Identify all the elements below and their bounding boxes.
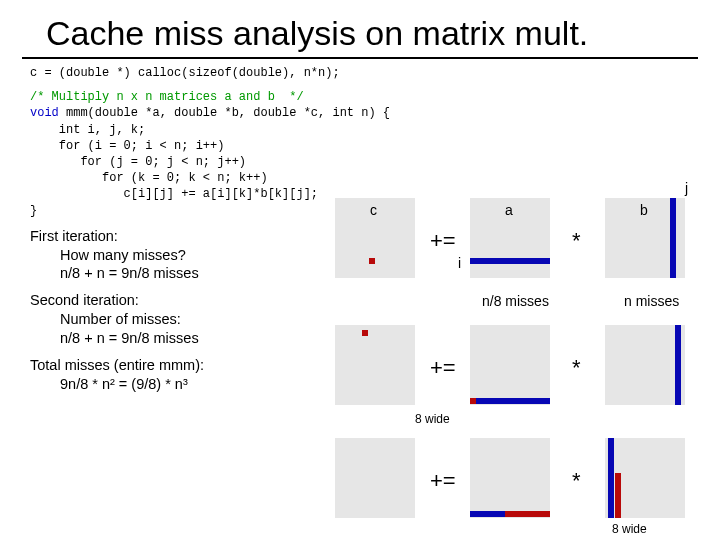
matrix-a-2 — [470, 325, 550, 405]
code-alloc: c = (double *) calloc(sizeof(double), n*… — [0, 65, 720, 81]
annot-n-1: n misses — [624, 293, 679, 309]
matrix-c-3 — [335, 438, 415, 518]
a-row-1 — [470, 258, 550, 264]
op-star-2: * — [572, 355, 581, 381]
b-col-1 — [670, 198, 676, 278]
a-row-2 — [470, 398, 550, 404]
annot-8wide-a: 8 wide — [415, 412, 450, 426]
label-i: i — [458, 255, 461, 271]
label-b: b — [640, 202, 648, 218]
a-row-3-red — [505, 511, 550, 517]
code-body: int i, j, k; for (i = 0; i < n; i++) for… — [30, 123, 318, 218]
annot-n8-1: n/8 misses — [482, 293, 549, 309]
matrix-c-2 — [335, 325, 415, 405]
annot-8wide-b: 8 wide — [612, 522, 647, 536]
c-element-1 — [369, 258, 375, 264]
keyword-void: void — [30, 106, 59, 120]
slide-title: Cache miss analysis on matrix mult. — [22, 0, 698, 59]
op-pluseq-1: += — [430, 228, 456, 254]
op-pluseq-3: += — [430, 468, 456, 494]
op-star-3: * — [572, 468, 581, 494]
code-sig-rest: mmm(double *a, double *b, double *c, int… — [59, 106, 390, 120]
label-c: c — [370, 202, 377, 218]
op-star-1: * — [572, 228, 581, 254]
a-element-2 — [470, 398, 476, 404]
label-j: j — [685, 180, 688, 196]
c-element-2 — [362, 330, 368, 336]
label-a: a — [505, 202, 513, 218]
b-col-2 — [675, 325, 681, 405]
code-comment: /* Multiply n x n matrices a and b */ — [30, 90, 304, 104]
matrix-b-2 — [605, 325, 685, 405]
diagram-area: j c += a i * b n/8 misses n misses += * … — [310, 170, 710, 530]
b-col-3-red — [615, 473, 621, 518]
b-col-3-blue — [608, 438, 614, 518]
matrix-a-3 — [470, 438, 550, 518]
op-pluseq-2: += — [430, 355, 456, 381]
